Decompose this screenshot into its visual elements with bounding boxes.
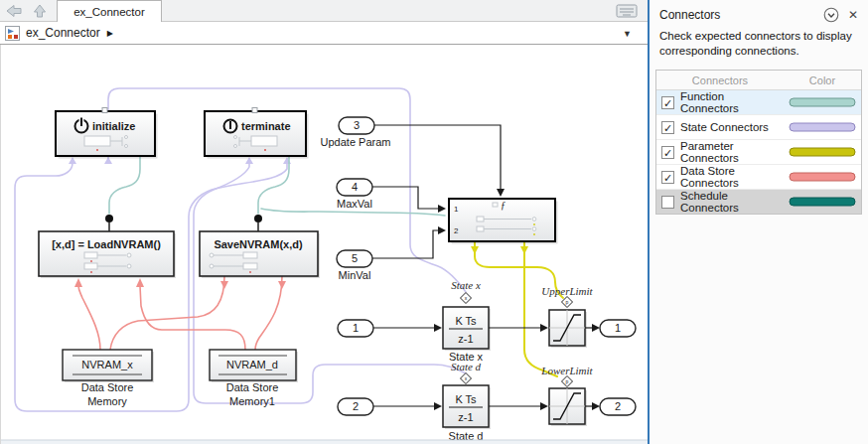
- state-x-badge[interactable]: x: [461, 293, 472, 304]
- row-datastore-connectors[interactable]: ✓ Data Store Connectors: [656, 165, 861, 190]
- port-4-caption: MaxVal: [337, 198, 372, 210]
- datastore-arrow: [74, 278, 82, 287]
- function-trigger-port: [254, 215, 262, 222]
- datastore-color-swatch: [789, 172, 856, 182]
- port-in-2-number: 2: [353, 400, 359, 412]
- datastore-checkbox[interactable]: ✓: [661, 171, 674, 184]
- dsm-x-caption-1: Data Store: [81, 381, 134, 393]
- svg-text:p: p: [566, 378, 569, 384]
- block-state-d[interactable]: K Ts z-1: [443, 385, 491, 429]
- parameter-checkbox[interactable]: ✓: [661, 146, 674, 159]
- schedule-color-swatch: [789, 197, 856, 207]
- block-subsystem[interactable]: 1 2 ƒ: [449, 199, 558, 244]
- lower-limit-annotation: LowerLimit: [540, 365, 593, 376]
- state-d-badge[interactable]: x: [461, 373, 472, 384]
- close-icon[interactable]: ✕: [848, 8, 858, 22]
- port-out-1[interactable]: 1: [600, 320, 636, 337]
- model-icon: [5, 26, 20, 41]
- breadcrumb[interactable]: ex_Connector: [26, 26, 100, 40]
- dsm-x-caption-2: Memory: [87, 395, 127, 407]
- datastore-connector-1[interactable]: [78, 286, 100, 350]
- port-5[interactable]: 5: [337, 250, 372, 267]
- row-label: State Connectors: [680, 121, 784, 133]
- row-label: Schedule Connectors: [680, 190, 784, 214]
- port-in-2[interactable]: 2: [338, 398, 373, 415]
- port-in-1[interactable]: 1: [338, 320, 373, 337]
- header-connectors: Connectors: [656, 74, 784, 86]
- signal-arrow: [438, 226, 446, 234]
- lower-limit-badge[interactable]: p: [562, 376, 573, 387]
- save-nvram-title: SaveNVRAM(x,d): [214, 238, 303, 250]
- port-3[interactable]: 3: [339, 117, 374, 134]
- port-4[interactable]: 4: [337, 179, 372, 196]
- signal-maxval[interactable]: [372, 187, 438, 209]
- datastore-connector-4[interactable]: [255, 276, 282, 350]
- signal-update-param[interactable]: [374, 125, 501, 189]
- parameter-color-swatch: [789, 147, 856, 157]
- state-d-annotation: State d: [451, 361, 482, 372]
- function-connector-init[interactable]: [109, 156, 140, 214]
- row-label: Function Connectors: [680, 90, 784, 114]
- tab-label: ex_Connector: [73, 6, 145, 18]
- load-nvram-title: [x,d] = LoadNVRAM(): [52, 238, 161, 250]
- row-schedule-connectors[interactable]: Schedule Connectors: [656, 190, 861, 214]
- row-function-connectors[interactable]: ✓ Function Connectors: [656, 90, 861, 115]
- port-4-number: 4: [352, 181, 358, 193]
- row-label: Data Store Connectors: [680, 165, 784, 189]
- parameter-connector-lower[interactable]: [524, 241, 557, 376]
- block-initialize[interactable]: initialize: [56, 108, 158, 159]
- up-arrow-icon[interactable]: [31, 3, 49, 19]
- breadcrumb-dropdown-icon[interactable]: ▼: [623, 29, 632, 39]
- block-saturation-upper[interactable]: [549, 310, 587, 348]
- signal-arrow: [438, 205, 446, 213]
- function-color-swatch: [789, 97, 856, 107]
- integrator-denominator: z-1: [458, 333, 473, 345]
- schedule-checkbox[interactable]: [661, 196, 674, 209]
- parameter-arrow: [471, 246, 479, 254]
- block-nvram-x[interactable]: NVRAM_x: [63, 350, 154, 382]
- dsm-d-caption-2: Memory1: [229, 395, 275, 407]
- breadcrumb-caret-icon[interactable]: ▶: [107, 29, 113, 38]
- block-state-x[interactable]: K Ts z-1: [443, 307, 491, 351]
- panel-title: Connectors: [659, 8, 817, 22]
- state-checkbox[interactable]: ✓: [661, 121, 674, 134]
- integrator-denominator: z-1: [458, 411, 473, 423]
- function-connector-term[interactable]: [258, 156, 289, 214]
- function-connector-subsystem[interactable]: [261, 209, 445, 216]
- breadcrumb-bar: ex_Connector ▶ ▼: [0, 22, 648, 45]
- block-save-nvram[interactable]: SaveNVRAM(x,d): [200, 215, 320, 278]
- port-out-1-number: 1: [615, 322, 621, 334]
- block-nvram-d[interactable]: NVRAM_d: [210, 350, 298, 382]
- signal-arrow: [592, 324, 600, 332]
- signal-arrow: [540, 324, 548, 332]
- nvram-d-label: NVRAM_d: [226, 359, 278, 370]
- integrator-numerator: K Ts: [455, 393, 477, 405]
- datastore-connector-3[interactable]: [110, 276, 224, 350]
- block-load-nvram[interactable]: [x,d] = LoadNVRAM(): [39, 215, 176, 278]
- port-3-number: 3: [354, 119, 360, 131]
- signal-minval[interactable]: [372, 230, 438, 258]
- panel-menu-icon[interactable]: [823, 7, 839, 23]
- tab-ex-connector[interactable]: ex_Connector: [57, 0, 162, 22]
- keyboard-icon[interactable]: [616, 4, 638, 18]
- signal-arrow: [497, 189, 505, 197]
- back-arrow-icon[interactable]: [5, 3, 23, 19]
- connectors-table: Connectors Color ✓ Function Connectors ✓…: [655, 70, 862, 215]
- port-3-caption: Update Param: [321, 136, 391, 148]
- state-color-swatch: [789, 122, 856, 132]
- panel-description: Check expected connectors to display cor…: [650, 26, 868, 65]
- diagram-canvas[interactable]: initialize terminate: [0, 45, 648, 444]
- row-state-connectors[interactable]: ✓ State Connectors: [656, 115, 861, 140]
- row-parameter-connectors[interactable]: ✓ Parameter Connectors: [656, 140, 861, 165]
- signal-arrow: [434, 402, 442, 410]
- signal-arrow: [540, 402, 548, 410]
- function-checkbox[interactable]: ✓: [661, 96, 674, 109]
- table-header: Connectors Color: [656, 71, 861, 90]
- row-label: Parameter Connectors: [680, 140, 784, 164]
- block-saturation-lower[interactable]: [549, 388, 587, 426]
- svg-text:p: p: [566, 299, 569, 305]
- parameter-arrow: [520, 246, 528, 254]
- port-out-2[interactable]: 2: [600, 398, 636, 415]
- block-terminate[interactable]: terminate: [205, 108, 309, 159]
- function-trigger-port: [105, 215, 113, 222]
